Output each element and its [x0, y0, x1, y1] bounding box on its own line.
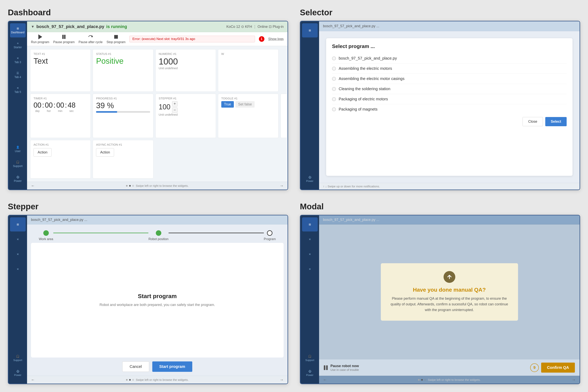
step-circle-1 [43, 230, 49, 236]
progress-label: PROGRESS #1 [96, 97, 150, 100]
nav-left-arrow[interactable]: ← [31, 184, 35, 188]
stepper-topbar: bosch_97_57_pick_and_place.py ... [27, 216, 288, 224]
user-icon: 👤 [16, 146, 20, 149]
nav-dot-2 [129, 185, 131, 186]
sel-sidebar-dashboard[interactable]: ⊞ [302, 23, 318, 38]
w-widget-label: W [221, 52, 275, 56]
program-option-5[interactable]: Packaging of magnets [332, 104, 567, 114]
step-nav-right[interactable]: → [280, 378, 284, 382]
step-nav-hint: Swipe left or right to browse the widget… [136, 378, 188, 382]
step-icon-4: ✕ [17, 268, 19, 271]
mod-sidebar-dashboard[interactable]: ⊞ [302, 217, 318, 232]
modal-arrow-button[interactable] [444, 271, 455, 283]
pause-after-button[interactable]: Pause after cycle [78, 34, 103, 44]
sidebar-item-power[interactable]: ⏻ Power [10, 172, 26, 186]
mod-sidebar-3[interactable]: ✕ [302, 247, 318, 261]
step-line-1 [53, 233, 148, 233]
mod-nav-left[interactable]: ← [323, 378, 327, 382]
stepper-increment[interactable]: + [172, 101, 178, 106]
step-sidebar-3[interactable]: ✕ [10, 247, 26, 261]
program-option-3[interactable]: Cleaning the soldering station [332, 84, 567, 94]
step-nav-left[interactable]: ← [31, 378, 35, 382]
step-sidebar-support[interactable]: 🎧 Support [10, 351, 26, 365]
selector-modal: Select program ... bosch_97_57_pick_and_… [326, 38, 572, 176]
program-option-1[interactable]: Assembling the electric motors [332, 64, 567, 74]
stepper-main: bosch_97_57_pick_and_place.py ... Work a… [27, 216, 288, 384]
program-name-4: Packaging of electric motors [339, 97, 388, 101]
dashboard-bottom-nav: ← Swipe left or right to browse the widg… [27, 182, 288, 190]
program-name-2: Assembling the electric motor casings [339, 76, 404, 81]
program-option-0[interactable]: bosch_97_57_pick_and_place.py [332, 53, 567, 64]
mod-sidebar-2[interactable]: ✕ [302, 232, 318, 246]
sidebar-item-starter[interactable]: ≡ Starter [10, 38, 26, 52]
sidebar-label-tab3: Tab 3 [14, 60, 21, 64]
dashboard-frame: ⊞ Dashboard ≡ Starter ✕ Tab 3 ☰ Tab 4 ✕ [8, 21, 288, 190]
close-button[interactable]: Close [522, 117, 543, 126]
pause-subtitle: Use in case of trouble [330, 368, 359, 372]
run-button[interactable]: Run program [31, 34, 49, 44]
step-sidebar-power[interactable]: ⏻ Power [10, 366, 26, 380]
nav-hint: Swipe left or right to browse the widget… [136, 184, 188, 188]
text-widget: TEXT #1 Text [30, 49, 91, 92]
toggle-true-btn[interactable]: True [221, 101, 234, 108]
step-sidebar-4[interactable]: ✕ [10, 262, 26, 276]
pause-after-label: Pause after cycle [78, 40, 103, 44]
program-option-4[interactable]: Packaging of electric motors [332, 94, 567, 104]
start-program-button[interactable]: Start program [152, 362, 192, 372]
mod-sidebar-4[interactable]: ✕ [302, 262, 318, 276]
selector-actions: Close Select [332, 117, 567, 126]
modal-overlay: Have you done manual QA? Please perform … [319, 224, 580, 360]
mod-nav-right[interactable]: → [572, 378, 576, 382]
mod-sidebar-power[interactable]: ⏻ Power [302, 366, 318, 380]
nav-right-arrow[interactable]: → [280, 184, 284, 188]
status-widget: STATUS #1 Positive [93, 49, 153, 92]
pause-bar-right [326, 365, 328, 370]
step-icon-3: ✕ [17, 253, 19, 256]
sidebar-item-tab4[interactable]: ☰ Tab 4 [10, 68, 26, 82]
w-widget: W [218, 49, 278, 92]
mod-sidebar-support[interactable]: 🎧 Support [302, 351, 318, 365]
cancel-button[interactable]: Cancel [122, 362, 149, 372]
stop-button[interactable]: Stop program [106, 34, 126, 44]
status-widget-value: Positive [96, 57, 150, 66]
async-action-button[interactable]: Action [96, 148, 114, 156]
dashboard-topbar: ▼ bosch_97_57_pick_and_place.py is runni… [27, 21, 288, 32]
sidebar-item-user[interactable]: 👤 User [10, 142, 26, 156]
error-dot: 1 [259, 36, 264, 42]
modal-bottom-nav: ← Swipe left or right to browse the widg… [319, 376, 580, 384]
toggle-false-btn[interactable]: Set false [236, 101, 254, 108]
stepper-decrement[interactable]: − [172, 108, 178, 113]
confirm-section: 9 Confirm QA [530, 362, 575, 372]
show-logs-button[interactable]: Show logs [268, 37, 284, 41]
select-button[interactable]: Select [545, 117, 567, 126]
dashboard-sidebar: ⊞ Dashboard ≡ Starter ✕ Tab 3 ☰ Tab 4 ✕ [8, 21, 27, 190]
step-line-2 [168, 233, 264, 233]
pause-label: Pause program [53, 40, 74, 44]
action-button[interactable]: Action [34, 148, 52, 156]
run-label: Run program [31, 40, 49, 44]
async-action-widget: ASYNC ACTION #1 Action [93, 140, 153, 178]
step-sidebar-dashboard[interactable]: ⊞ [10, 217, 26, 232]
modal-box: Have you done manual QA? Please perform … [381, 263, 518, 320]
pause-title: Pause robot now [330, 364, 359, 368]
sidebar-item-dashboard[interactable]: ⊞ Dashboard [10, 23, 26, 38]
radio-0 [332, 56, 336, 60]
stepper-frame: ⊞ ✕ ✕ ✕ 🎧 Support ⏻ [8, 215, 288, 384]
sidebar-bottom: 👤 User 🎧 Support ⏻ Power [10, 142, 26, 188]
program-option-2[interactable]: Assembling the electric motor casings [332, 74, 567, 84]
chevron-down-icon: ▼ [31, 25, 34, 29]
sidebar-item-tab3[interactable]: ✕ Tab 3 [10, 53, 26, 67]
step-sidebar-2[interactable]: ✕ [10, 232, 26, 246]
timer-widget: TIMER #1 00 : 00 : 00 : 48 day [30, 94, 91, 138]
sidebar-item-support[interactable]: 🎧 Support [10, 157, 26, 171]
pause-button[interactable]: Pause program [53, 34, 74, 44]
confirm-qa-button[interactable]: Confirm QA [541, 362, 575, 372]
sel-sidebar-power[interactable]: ⏻ Power [302, 172, 318, 186]
modal-main: bosch_97_57_pick_and_place.py ... Have y… [319, 216, 580, 384]
pause-section: Pause robot now Use in case of trouble [324, 364, 359, 372]
step-1: Work area [39, 230, 53, 241]
grid-icon: ⊞ [17, 27, 19, 30]
radio-5 [332, 108, 336, 111]
mod-grid-icon: ⊞ [309, 223, 311, 226]
sidebar-item-tab5[interactable]: ✕ Tab 5 [10, 83, 26, 97]
